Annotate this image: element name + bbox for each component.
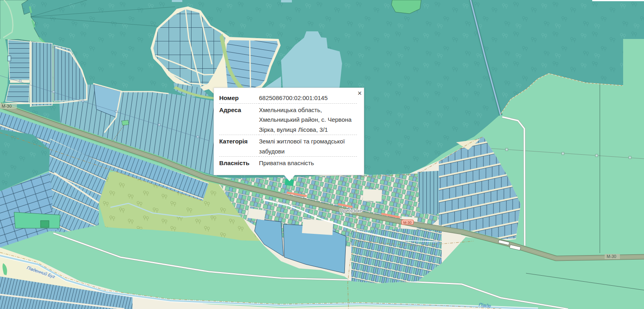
svg-text:М-30: М-30 — [2, 104, 12, 108]
svg-text:M-30: M-30 — [607, 254, 616, 259]
svg-text:М-30: М-30 — [404, 221, 412, 225]
svg-text:Прибузьке: Прибузьке — [340, 208, 362, 213]
